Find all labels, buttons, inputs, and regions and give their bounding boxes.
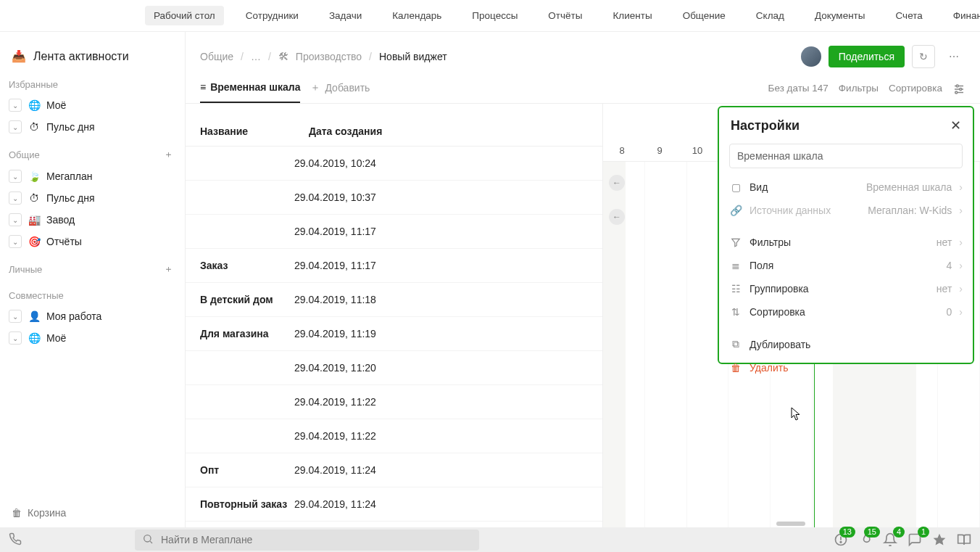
nav-tab-calendar[interactable]: Календарь xyxy=(383,6,450,25)
setting-filters[interactable]: Фильтры нет › xyxy=(719,231,973,254)
table-row[interactable]: Заказ29.04.2019, 11:17 xyxy=(186,249,602,283)
book-icon[interactable] xyxy=(957,532,971,547)
left-sidebar: 📥 Лента активности Избранные ⌄🌐Моё ⌄⏱Пул… xyxy=(0,32,186,527)
more-menu-button[interactable]: ⋯ xyxy=(942,45,966,68)
sort-button[interactable]: Сортировка xyxy=(889,83,942,102)
table-row[interactable]: 29.04.2019, 11:20 xyxy=(186,351,602,385)
row-date: 29.04.2019, 11:24 xyxy=(294,498,602,510)
chevron-down-icon[interactable]: ⌄ xyxy=(9,331,22,345)
timeline-left-columns: Название Дата создания 29.04.2019, 10:24… xyxy=(186,104,603,527)
no-date-filter[interactable]: Без даты 147 xyxy=(768,83,829,102)
setting-duplicate[interactable]: ⧉ Дублировать xyxy=(719,332,973,356)
list-icon: ≣ xyxy=(729,260,742,271)
row-date: 29.04.2019, 11:17 xyxy=(294,260,602,271)
day-cell[interactable]: 9 xyxy=(641,140,678,161)
sidebar-item-mywork[interactable]: ⌄👤Моя работа xyxy=(0,305,185,327)
nav-tab-warehouse[interactable]: Склад xyxy=(747,6,793,25)
day-cell[interactable]: 10 xyxy=(678,140,716,161)
table-row[interactable]: Повторный заказ29.04.2019, 11:24 xyxy=(186,487,602,522)
chat-icon[interactable]: 1 xyxy=(908,532,922,547)
nav-tab-clients[interactable]: Клиенты xyxy=(604,6,660,25)
view-settings-icon[interactable] xyxy=(952,83,966,102)
setting-view[interactable]: ▢ Вид Временная шкала › xyxy=(719,176,973,199)
table-row[interactable]: Опт29.04.2019, 11:24 xyxy=(186,453,602,487)
crumb-common[interactable]: Общие xyxy=(200,51,233,62)
link-icon: 🔗 xyxy=(729,205,742,216)
sidebar-item-reports[interactable]: ⌄🎯Отчёты xyxy=(0,231,185,252)
chevron-down-icon[interactable]: ⌄ xyxy=(9,310,22,323)
table-row[interactable]: В детский дом29.04.2019, 11:18 xyxy=(186,283,602,317)
row-date: 29.04.2019, 11:17 xyxy=(294,226,602,237)
table-row[interactable]: Для магазина29.04.2019, 11:19 xyxy=(186,317,602,351)
setting-delete[interactable]: 🗑 Удалить xyxy=(719,356,973,379)
share-button[interactable]: Поделиться xyxy=(829,46,905,67)
nav-tab-desktop[interactable]: Рабочий стол xyxy=(145,6,224,25)
close-icon[interactable]: ✕ xyxy=(950,118,961,133)
view-tab-timeline[interactable]: ≡ Временная шкала xyxy=(200,81,300,103)
nav-tab-processes[interactable]: Процессы xyxy=(463,6,526,25)
hot-icon[interactable]: 15 xyxy=(858,532,873,547)
row-date: 29.04.2019, 10:37 xyxy=(294,191,602,203)
row-name: В детский дом xyxy=(186,294,294,305)
setting-fields[interactable]: ≣ Поля 4 › xyxy=(719,254,973,277)
sidebar-item-pulse2[interactable]: ⌄⏱Пульс дня xyxy=(0,187,185,209)
chevron-down-icon[interactable]: ⌄ xyxy=(9,120,22,133)
nav-tab-documents[interactable]: Документы xyxy=(806,6,874,25)
chevron-down-icon[interactable]: ⌄ xyxy=(9,213,22,226)
scroll-back-marker[interactable]: ← xyxy=(609,209,625,225)
scroll-back-marker[interactable]: ← xyxy=(609,175,625,191)
setting-sorting[interactable]: ⇅ Сортировка 0 › xyxy=(719,300,973,324)
refresh-button[interactable]: ↻ xyxy=(912,45,935,68)
chevron-down-icon[interactable]: ⌄ xyxy=(9,235,22,248)
add-view-button[interactable]: ＋ Добавить xyxy=(310,81,370,103)
widget-name-input[interactable]: Временная шкала xyxy=(729,144,963,168)
table-row[interactable]: 29.04.2019, 11:22 xyxy=(186,419,602,453)
global-search[interactable] xyxy=(135,530,479,551)
day-cell[interactable]: 8 xyxy=(603,140,641,161)
nav-tab-reports[interactable]: Отчёты xyxy=(539,6,591,25)
add-personal-icon[interactable]: ＋ xyxy=(164,263,173,276)
group-common: Общие＋ xyxy=(0,138,185,165)
add-common-icon[interactable]: ＋ xyxy=(164,148,173,161)
chevron-down-icon[interactable]: ⌄ xyxy=(9,170,22,183)
sort-icon: ⇅ xyxy=(729,306,742,318)
chevron-down-icon[interactable]: ⌄ xyxy=(9,99,22,112)
chevron-right-icon: › xyxy=(959,306,963,318)
chevron-down-icon[interactable]: ⌄ xyxy=(9,191,22,205)
nav-tab-chat[interactable]: Общение xyxy=(674,6,734,25)
nav-tab-finance[interactable]: Финан xyxy=(944,6,980,25)
row-name: Заказ xyxy=(186,260,294,271)
shared-user-avatar[interactable] xyxy=(801,46,821,67)
crumb-ellipsis[interactable]: … xyxy=(251,51,261,62)
table-row[interactable]: 29.04.2019, 10:37 xyxy=(186,181,602,215)
timeline-rows[interactable]: 29.04.2019, 10:2429.04.2019, 10:3729.04.… xyxy=(186,147,602,527)
search-input[interactable] xyxy=(161,534,472,545)
globe-icon: 🌐 xyxy=(28,99,41,111)
setting-grouping[interactable]: ☷ Группировка нет › xyxy=(719,277,973,300)
nav-tab-tasks[interactable]: Задачи xyxy=(320,6,370,25)
phone-icon[interactable] xyxy=(9,532,125,548)
filters-button[interactable]: Фильтры xyxy=(839,83,879,102)
trash-link[interactable]: 🗑 Корзина xyxy=(0,498,185,527)
sidebar-item-megaplan[interactable]: ⌄🍃Мегаплан xyxy=(0,165,185,187)
alerts-icon[interactable]: 13 xyxy=(834,532,848,547)
table-row[interactable]: 29.04.2019, 11:22 xyxy=(186,385,602,419)
sidebar-item-mine[interactable]: ⌄🌐Моё xyxy=(0,94,185,116)
timeline-icon: ≡ xyxy=(200,81,206,93)
bell-icon[interactable]: 4 xyxy=(883,532,897,547)
activity-feed-link[interactable]: 📥 Лента активности xyxy=(0,44,185,69)
row-name: Повторный заказ xyxy=(186,498,294,510)
sidebar-item-factory[interactable]: ⌄🏭Завод xyxy=(0,209,185,231)
nav-tab-invoices[interactable]: Счета xyxy=(887,6,931,25)
sidebar-item-mine2[interactable]: ⌄🌐Моё xyxy=(0,327,185,349)
sidebar-item-pulse[interactable]: ⌄⏱Пульс дня xyxy=(0,116,185,138)
table-row[interactable]: 29.04.2019, 10:24 xyxy=(186,147,602,181)
crumb-production[interactable]: Производство xyxy=(296,51,362,62)
target-icon: 🎯 xyxy=(28,236,41,247)
horizontal-scroll-thumb[interactable] xyxy=(776,522,805,526)
star-icon[interactable] xyxy=(932,532,947,547)
table-row[interactable]: 29.04.2019, 11:17 xyxy=(186,215,602,249)
leaf-icon: 🍃 xyxy=(28,170,41,182)
nav-tab-employees[interactable]: Сотрудники xyxy=(237,6,307,25)
header-date: Дата создания xyxy=(294,104,602,146)
